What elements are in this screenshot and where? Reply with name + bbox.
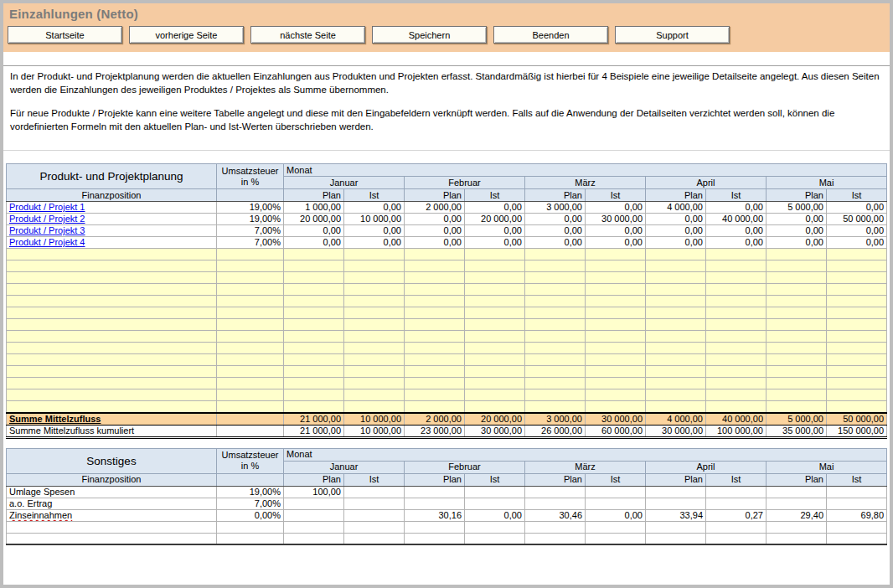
empty-cell[interactable] (525, 354, 586, 366)
empty-cell[interactable] (344, 331, 405, 343)
plan-value-cell[interactable]: 100,00 (284, 486, 344, 498)
plan-value-cell[interactable]: 4 000,00 (646, 202, 706, 214)
ist-value-cell[interactable]: 30 000,00 (586, 214, 646, 225)
empty-cell[interactable] (284, 249, 344, 260)
empty-cell[interactable] (465, 284, 525, 296)
empty-cell[interactable] (344, 366, 405, 378)
empty-cell[interactable] (465, 389, 525, 401)
empty-cell[interactable] (217, 521, 284, 533)
empty-cell[interactable] (827, 354, 887, 366)
empty-cell[interactable] (827, 307, 887, 319)
plan-value-cell[interactable]: 5 000,00 (767, 202, 827, 214)
empty-cell[interactable] (217, 331, 284, 343)
product-link[interactable]: Produkt / Projekt 4 (9, 237, 85, 247)
product-link[interactable]: Produkt / Projekt 2 (9, 214, 85, 224)
empty-cell[interactable] (525, 307, 586, 319)
plan-value-cell[interactable] (767, 486, 827, 498)
ist-value-cell[interactable]: 0,00 (465, 509, 525, 521)
tax-value-cell[interactable]: 19,00% (217, 486, 284, 498)
empty-cell[interactable] (586, 389, 646, 401)
empty-cell[interactable] (284, 284, 344, 296)
empty-cell[interactable] (284, 343, 344, 354)
empty-cell[interactable] (767, 378, 827, 389)
ist-value-cell[interactable]: 0,00 (465, 202, 525, 214)
empty-cell[interactable] (525, 260, 586, 272)
empty-cell[interactable] (767, 307, 827, 319)
empty-cell[interactable] (344, 319, 405, 331)
empty-cell[interactable] (525, 521, 586, 533)
empty-cell[interactable] (827, 401, 887, 413)
empty-cell[interactable] (344, 260, 405, 272)
plan-value-cell[interactable]: 0,00 (525, 237, 586, 249)
empty-cell[interactable] (284, 378, 344, 389)
empty-cell[interactable] (646, 401, 706, 413)
empty-cell[interactable] (284, 366, 344, 378)
empty-cell[interactable] (767, 331, 827, 343)
empty-cell[interactable] (344, 401, 405, 413)
empty-cell[interactable] (405, 260, 465, 272)
empty-cell[interactable] (827, 284, 887, 296)
empty-cell[interactable] (767, 401, 827, 413)
plan-value-cell[interactable]: 0,00 (767, 214, 827, 225)
plan-value-cell[interactable] (646, 498, 706, 509)
empty-cell[interactable] (767, 319, 827, 331)
empty-cell[interactable] (284, 354, 344, 366)
tax-value-cell[interactable]: 19,00% (217, 214, 284, 225)
empty-cell[interactable] (405, 343, 465, 354)
empty-cell[interactable] (706, 354, 767, 366)
empty-cell[interactable] (344, 354, 405, 366)
empty-cell[interactable] (586, 319, 646, 331)
empty-cell[interactable] (344, 272, 405, 284)
empty-cell[interactable] (586, 296, 646, 307)
empty-cell[interactable] (586, 354, 646, 366)
empty-cell[interactable] (344, 343, 405, 354)
empty-cell[interactable] (465, 260, 525, 272)
empty-cell[interactable] (284, 533, 344, 544)
empty-cell[interactable] (767, 354, 827, 366)
plan-value-cell[interactable]: 0,00 (525, 214, 586, 225)
empty-cell[interactable] (586, 284, 646, 296)
plan-value-cell[interactable] (284, 509, 344, 521)
empty-cell[interactable] (827, 533, 887, 544)
empty-cell[interactable] (405, 296, 465, 307)
empty-cell[interactable] (706, 401, 767, 413)
ist-value-cell[interactable]: 0,00 (706, 202, 767, 214)
empty-cell[interactable] (405, 389, 465, 401)
empty-cell[interactable] (827, 389, 887, 401)
plan-value-cell[interactable]: 0,00 (646, 237, 706, 249)
empty-cell[interactable] (284, 319, 344, 331)
empty-cell[interactable] (405, 272, 465, 284)
empty-cell[interactable] (646, 521, 706, 533)
plan-value-cell[interactable]: 0,00 (405, 214, 465, 225)
empty-cell[interactable] (525, 343, 586, 354)
empty-cell[interactable] (827, 343, 887, 354)
empty-cell[interactable] (586, 378, 646, 389)
empty-cell[interactable] (525, 319, 586, 331)
empty-cell[interactable] (827, 378, 887, 389)
plan-value-cell[interactable] (405, 498, 465, 509)
ist-value-cell[interactable]: 50 000,00 (827, 214, 887, 225)
empty-cell[interactable] (525, 401, 586, 413)
empty-cell[interactable] (7, 272, 217, 284)
empty-cell[interactable] (586, 401, 646, 413)
empty-cell[interactable] (646, 343, 706, 354)
empty-cell[interactable] (706, 378, 767, 389)
empty-cell[interactable] (706, 343, 767, 354)
vorherige-seite-button[interactable]: vorherige Seite (129, 26, 244, 44)
empty-cell[interactable] (646, 260, 706, 272)
empty-cell[interactable] (827, 249, 887, 260)
plan-value-cell[interactable]: 0,00 (284, 237, 344, 249)
empty-cell[interactable] (767, 343, 827, 354)
empty-cell[interactable] (646, 249, 706, 260)
empty-cell[interactable] (7, 331, 217, 343)
empty-cell[interactable] (586, 533, 646, 544)
empty-cell[interactable] (525, 378, 586, 389)
empty-cell[interactable] (525, 249, 586, 260)
tax-value-cell[interactable]: 0,00% (217, 509, 284, 521)
plan-value-cell[interactable]: 30,46 (525, 509, 586, 521)
beenden-button[interactable]: Beenden (493, 26, 608, 44)
plan-value-cell[interactable] (525, 498, 586, 509)
empty-cell[interactable] (465, 319, 525, 331)
empty-cell[interactable] (217, 533, 284, 544)
empty-cell[interactable] (646, 331, 706, 343)
